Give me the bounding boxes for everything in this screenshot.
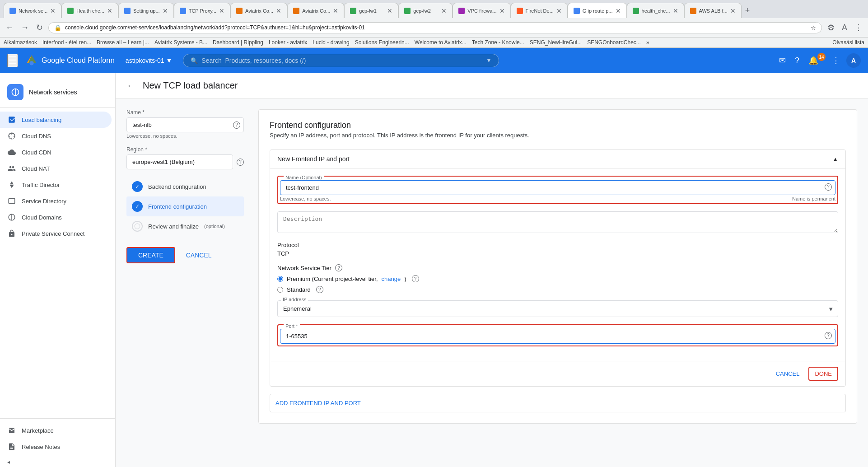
tab-close-1[interactable]: ✕ [50, 7, 56, 14]
star-icon[interactable]: ☆ [811, 24, 816, 31]
bookmark-seng2[interactable]: SENGOnboardChec... [587, 39, 641, 46]
frontend-description-input[interactable] [277, 211, 838, 233]
tab-13[interactable]: AWS ALB f... ✕ [684, 3, 742, 18]
frontend-cancel-button[interactable]: CANCEL [770, 367, 805, 381]
tab-4[interactable]: TCP Proxy... ✕ [174, 3, 230, 18]
sidebar-item-marketplace[interactable]: Marketplace [0, 422, 112, 439]
mail-icon-button[interactable]: ✉ [776, 53, 789, 68]
tab-close-4[interactable]: ✕ [219, 7, 224, 14]
step-backend[interactable]: ✓ Backend configuration [126, 177, 244, 196]
frontend-ip-port-header[interactable]: New Frontend IP and port ▲ [270, 150, 845, 168]
tab-close-6[interactable]: ✕ [333, 7, 338, 14]
tab-12[interactable]: health_che... ✕ [627, 3, 684, 18]
tab-5[interactable]: Aviatrix Co... ✕ [230, 3, 287, 18]
tab-7[interactable]: gcp-fw1 ✕ [344, 3, 398, 18]
tab-9[interactable]: VPC firewa... ✕ [453, 3, 510, 18]
name-help-icon[interactable]: ? [233, 121, 240, 129]
profile-button[interactable]: A [840, 21, 849, 34]
sidebar-item-traffic-director[interactable]: Traffic Director [0, 177, 112, 193]
bookmark-solutions[interactable]: Solutions Engineerin... [355, 39, 409, 46]
sidebar-item-release-notes[interactable]: Release Notes [0, 439, 112, 455]
standard-help-icon[interactable]: ? [316, 286, 323, 293]
more-options-button[interactable]: ⋮ [829, 53, 843, 68]
bookmark-looker[interactable]: Looker - aviatrix [269, 39, 307, 46]
ip-address-select[interactable]: Ephemeral Create IP address Reserve stat… [277, 300, 838, 317]
cancel-button[interactable]: CANCEL [179, 247, 219, 263]
tab-close-12[interactable]: ✕ [673, 7, 678, 14]
bookmark-alkalmazasok[interactable]: Alkalmazások [4, 39, 37, 46]
tab-close-8[interactable]: ✕ [441, 7, 447, 14]
bookmark-dashboard[interactable]: Dashboard | Rippling [213, 39, 263, 46]
name-input[interactable] [126, 117, 244, 132]
change-tier-link[interactable]: change [382, 276, 401, 282]
tab-title-3: Setting up... [133, 8, 160, 14]
tab-3[interactable]: Setting up... ✕ [118, 3, 174, 18]
sidebar-item-cloud-cdn[interactable]: Cloud CDN [0, 144, 112, 160]
tab-2[interactable]: Health che... ✕ [61, 3, 118, 18]
tab-title-11: G ip route p... [583, 8, 613, 14]
bookmark-aviatrix[interactable]: Aviatrix Systems - B... [154, 39, 207, 46]
bookmark-browse[interactable]: Browse all – Learn |... [97, 39, 149, 46]
tab-close-7[interactable]: ✕ [387, 7, 392, 14]
help-icon-button[interactable]: ? [792, 53, 802, 68]
frontend-done-button[interactable]: DONE [808, 367, 838, 381]
tab-close-2[interactable]: ✕ [107, 7, 112, 14]
sidebar-item-cloud-domains[interactable]: Cloud Domains [0, 209, 112, 225]
bookmark-seng1[interactable]: SENG_NewHireGui... [530, 39, 582, 46]
tab-8[interactable]: gcp-fw2 ✕ [398, 3, 453, 18]
address-bar[interactable]: 🔒 console.cloud.google.com/net-services/… [48, 22, 822, 33]
tab-10[interactable]: FireNet De... ✕ [511, 3, 568, 18]
port-help-icon[interactable]: ? [825, 332, 832, 339]
forward-nav-button[interactable]: → [19, 21, 31, 34]
reload-button[interactable]: ↻ [34, 21, 45, 34]
region-help-icon[interactable]: ? [237, 159, 244, 166]
bookmark-techzone[interactable]: Tech Zone - Knowle... [472, 39, 524, 46]
tab-close-13[interactable]: ✕ [730, 7, 736, 14]
tab-1[interactable]: Network se... ✕ [4, 3, 61, 18]
sidebar-item-load-balancing[interactable]: Load balancing [0, 112, 112, 128]
add-frontend-button[interactable]: ADD FRONTEND IP AND PORT [270, 394, 845, 412]
port-input[interactable] [280, 329, 835, 344]
bookmark-reading[interactable]: Olvasási lista [832, 39, 864, 46]
premium-help-icon[interactable]: ? [412, 275, 419, 282]
tab-6[interactable]: Aviatrix Co... ✕ [287, 3, 344, 18]
frontend-name-help-icon[interactable]: ? [825, 183, 832, 191]
step-frontend[interactable]: ✓ Frontend configuration [126, 196, 244, 216]
bookmark-more[interactable]: » [646, 39, 649, 46]
new-tab-button[interactable]: + [742, 6, 754, 15]
sidebar-item-cloud-nat[interactable]: Cloud NAT [0, 160, 112, 177]
sidebar-item-service-directory[interactable]: Service Directory [0, 193, 112, 209]
tab-close-11[interactable]: ✕ [616, 7, 621, 14]
tab-close-10[interactable]: ✕ [556, 7, 562, 14]
tab-close-5[interactable]: ✕ [276, 7, 281, 14]
search-bar[interactable]: 🔍 ▼ [183, 54, 499, 67]
sidebar-item-private-service-connect[interactable]: Private Service Connect [0, 225, 112, 242]
tab-close-3[interactable]: ✕ [163, 7, 168, 14]
standard-tier-option[interactable]: Standard ? [277, 286, 838, 293]
sidebar-collapse[interactable]: ◂ [0, 455, 115, 467]
premium-radio[interactable] [277, 276, 283, 282]
sidebar-item-cloud-dns[interactable]: Cloud DNS [0, 128, 112, 144]
extensions-button[interactable]: ⚙ [826, 21, 836, 34]
ip-address-label: IP address [281, 297, 308, 302]
bookmark-lucid[interactable]: Lucid - drawing [313, 39, 349, 46]
tab-close-9[interactable]: ✕ [499, 7, 505, 14]
tier-help-icon[interactable]: ? [335, 264, 342, 271]
user-avatar-button[interactable]: A [846, 53, 861, 68]
frontend-name-highlight-box: Name (Optional) ? Lowercase, no spaces. … [277, 176, 838, 204]
hamburger-menu-button[interactable]: ☰ [7, 54, 18, 67]
standard-radio[interactable] [277, 287, 283, 293]
back-nav-button[interactable]: ← [4, 21, 15, 34]
more-button[interactable]: ⋮ [853, 21, 864, 34]
region-select[interactable]: europe-west1 (Belgium) us-central1 (Iowa… [126, 154, 233, 169]
project-selector[interactable]: astipkovits-01 ▼ [122, 55, 176, 66]
frontend-name-input[interactable] [280, 180, 835, 195]
step-review[interactable]: Review and finalize (optional) [126, 216, 244, 236]
bookmark-welcome[interactable]: Welcome to Aviatrix... [415, 39, 467, 46]
create-button[interactable]: CREATE [126, 247, 175, 263]
tab-11[interactable]: G ip route p... ✕ [568, 3, 627, 18]
back-button[interactable]: ← [126, 80, 135, 91]
search-input[interactable] [201, 57, 482, 64]
bookmark-interfood[interactable]: Interfood - étel ren... [42, 39, 91, 46]
premium-tier-option[interactable]: Premium (Current project-level tier, cha… [277, 275, 838, 282]
